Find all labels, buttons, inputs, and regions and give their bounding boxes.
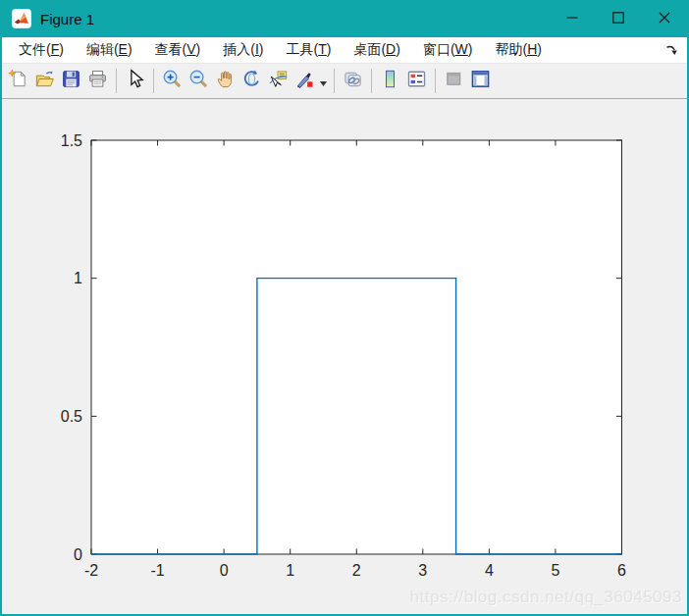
- hide-plot-tools-icon: [444, 69, 464, 93]
- minimize-icon: [566, 10, 578, 27]
- y-tick-label: 0.5: [61, 408, 82, 425]
- menu-item-tools[interactable]: 工具(T): [278, 41, 341, 59]
- pan-icon: [215, 69, 236, 93]
- y-tick-label: 1.5: [61, 132, 82, 149]
- toolbar-separator: [153, 69, 154, 93]
- link-plot-button[interactable]: [341, 68, 365, 94]
- window-title: Figure 1: [40, 11, 94, 27]
- x-tick-label: 4: [485, 562, 494, 579]
- toolbar-separator: [334, 69, 335, 93]
- plot-area: [91, 140, 622, 554]
- minimize-button[interactable]: [549, 0, 595, 37]
- x-tick-label: 2: [352, 562, 361, 579]
- link-plot-icon: [343, 69, 363, 93]
- new-figure-icon: [8, 69, 28, 93]
- matlab-figure-icon: [12, 9, 31, 28]
- pan-button[interactable]: [213, 68, 238, 94]
- x-tick-label: 3: [418, 562, 427, 579]
- y-tick-label: 1: [74, 270, 82, 286]
- data-cursor-button[interactable]: [266, 68, 291, 94]
- pointer-button[interactable]: [123, 68, 147, 94]
- menu-item-file[interactable]: 文件(F): [10, 41, 73, 59]
- toolbar-separator: [435, 69, 436, 93]
- data-cursor-icon: [268, 69, 289, 93]
- rotate-3d-icon: [241, 69, 262, 93]
- menu-item-view[interactable]: 查看(V): [146, 41, 210, 59]
- x-tick-label: -1: [150, 562, 164, 579]
- brush-dropdown-button[interactable]: [318, 68, 329, 94]
- window-controls: [549, 0, 687, 37]
- x-tick-label: 5: [551, 562, 559, 579]
- open-file-button[interactable]: [32, 68, 57, 94]
- dropdown-arrow-icon: [320, 73, 327, 90]
- toolbar: [2, 64, 687, 99]
- zoom-out-button[interactable]: [186, 68, 211, 94]
- close-icon: [659, 10, 670, 27]
- zoom-in-button[interactable]: [160, 68, 185, 94]
- menu-bar: 文件(F)编辑(E)查看(V)插入(I)工具(T)桌面(D)窗口(W)帮助(H): [2, 37, 687, 64]
- print-figure-icon: [87, 69, 108, 93]
- x-tick-label: 6: [617, 562, 626, 579]
- y-tick-label: 0: [74, 546, 82, 563]
- insert-colorbar-button[interactable]: [378, 68, 402, 94]
- maximize-button[interactable]: [595, 0, 641, 37]
- maximize-icon: [612, 10, 624, 27]
- x-tick-label: 1: [286, 562, 294, 579]
- close-button[interactable]: [641, 0, 687, 37]
- menu-item-desktop[interactable]: 桌面(D): [344, 41, 408, 59]
- save-figure-icon: [61, 69, 81, 93]
- figure-canvas: -2-1012345600.511.5 https://blog.csdn.ne…: [2, 99, 687, 614]
- toolbar-separator: [116, 69, 117, 93]
- show-plot-tools-dock-button[interactable]: [468, 68, 493, 94]
- zoom-in-icon: [162, 69, 183, 93]
- pointer-icon: [125, 69, 145, 93]
- brush-icon: [294, 69, 315, 93]
- insert-colorbar-icon: [380, 69, 400, 93]
- zoom-out-icon: [188, 69, 209, 93]
- menu-item-help[interactable]: 帮助(H): [486, 41, 550, 59]
- new-figure-button[interactable]: [6, 68, 30, 94]
- print-figure-button[interactable]: [85, 68, 110, 94]
- insert-legend-button[interactable]: [404, 68, 429, 94]
- rotate-3d-button[interactable]: [239, 68, 264, 94]
- save-figure-button[interactable]: [59, 68, 83, 94]
- insert-legend-icon: [406, 69, 427, 93]
- plot-svg: -2-1012345600.511.5: [2, 99, 687, 614]
- menu-item-insert[interactable]: 插入(I): [214, 41, 272, 59]
- open-file-icon: [34, 69, 55, 93]
- menu-item-edit[interactable]: 编辑(E): [78, 41, 141, 59]
- menu-item-window[interactable]: 窗口(W): [414, 41, 482, 59]
- figure-window: Figure 1 文件(F)编辑(E)查看(V)插入(I)工具(T)桌面(D)窗…: [0, 0, 689, 616]
- toolbar-separator: [371, 69, 372, 93]
- show-plot-tools-dock-icon: [470, 69, 491, 93]
- hide-plot-tools-button: [442, 68, 466, 94]
- dock-figure-arrow-icon[interactable]: [665, 43, 678, 56]
- x-tick-label: 0: [220, 562, 229, 579]
- x-tick-label: -2: [84, 562, 98, 579]
- watermark: https://blog.csdn.net/qq_36045093: [410, 588, 682, 607]
- title-bar: Figure 1: [2, 0, 687, 37]
- brush-button[interactable]: [292, 68, 317, 94]
